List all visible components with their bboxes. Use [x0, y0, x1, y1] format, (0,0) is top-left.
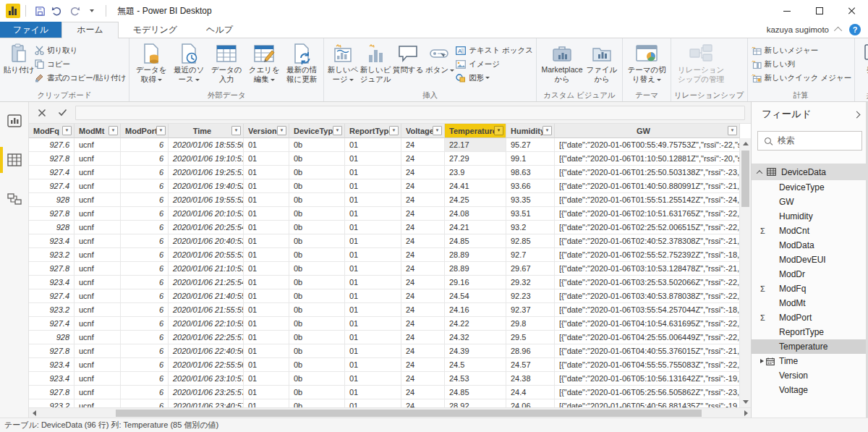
redo-button[interactable]	[67, 3, 82, 19]
cell-modmt[interactable]: ucnf	[75, 317, 121, 331]
field-item-moddata[interactable]: ModData	[752, 238, 868, 253]
cell-voltage[interactable]: 24	[401, 399, 445, 407]
save-button[interactable]	[32, 3, 48, 19]
cell-modmt[interactable]: ucnf	[75, 179, 121, 193]
close-button[interactable]	[835, 0, 868, 22]
cell-reporttype[interactable]: 01	[345, 152, 401, 166]
cell-humidity[interactable]: 24.38	[506, 372, 555, 386]
from-file-button[interactable]: ファイルから	[584, 40, 619, 84]
vertical-scrollbar-thumb[interactable]	[741, 151, 749, 207]
cell-devicetype[interactable]: 0b	[289, 166, 345, 179]
cell-version[interactable]: 01	[244, 152, 289, 166]
cell-modfq[interactable]: 927.8	[29, 152, 75, 166]
cell-humidity[interactable]: 93.35	[506, 193, 555, 207]
format-painter-button[interactable]: 書式のコピー/貼り付け	[35, 71, 126, 85]
cell-gw[interactable]: [{"date":"2020-01-06T04:55:55.755083Z","…	[555, 358, 740, 372]
cell-modfq[interactable]: 927.4	[29, 317, 75, 331]
cell-temperature[interactable]: 24.53	[445, 372, 506, 386]
cell-time[interactable]: 2020/01/06 21:40:55	[169, 289, 244, 303]
new-measure-button[interactable]: 新しいメジャー	[751, 43, 852, 57]
field-item-time[interactable]: Time	[752, 354, 868, 368]
cell-modfq[interactable]: 927.4	[29, 289, 75, 303]
cell-modmt[interactable]: ucnf	[75, 248, 121, 262]
cell-gw[interactable]: [{"date":"2020-01-06T04:25:55.006449Z","…	[555, 331, 740, 344]
enter-data-button[interactable]: データの入力	[208, 40, 245, 84]
cell-temperature[interactable]: 24.32	[445, 331, 506, 344]
cell-version[interactable]: 01	[244, 289, 289, 303]
cell-modfq[interactable]: 923.2	[29, 303, 75, 317]
cell-devicetype[interactable]: 0b	[289, 152, 345, 166]
cell-modfq[interactable]: 927.8	[29, 207, 75, 221]
cell-modfq[interactable]: 923.2	[29, 248, 75, 262]
cell-version[interactable]: 01	[244, 303, 289, 317]
cell-reporttype[interactable]: 01	[345, 221, 401, 234]
cell-devicetype[interactable]: 0b	[289, 207, 345, 221]
cell-devicetype[interactable]: 0b	[289, 358, 345, 372]
cell-version[interactable]: 01	[244, 248, 289, 262]
cell-reporttype[interactable]: 01	[345, 234, 401, 248]
collapse-panel-icon[interactable]	[854, 111, 861, 118]
quick-access-dropdown[interactable]	[84, 3, 100, 19]
cell-time[interactable]: 2020/01/06 22:10:55	[169, 317, 244, 331]
cell-modport[interactable]: 6	[121, 166, 169, 179]
cell-reporttype[interactable]: 01	[345, 317, 401, 331]
tab-modeling[interactable]: モデリング	[119, 22, 192, 38]
cell-devicetype[interactable]: 0b	[289, 386, 345, 399]
cell-gw[interactable]: [{"date":"2020-01-06T03:40:53.878038Z","…	[555, 289, 740, 303]
cell-gw[interactable]: [{"date":"2020-01-06T02:10:51.631765Z","…	[555, 207, 740, 221]
cell-version[interactable]: 01	[244, 358, 289, 372]
cell-temperature[interactable]: 24.21	[445, 221, 506, 234]
cell-version[interactable]: 01	[244, 317, 289, 331]
undo-button[interactable]	[49, 3, 65, 19]
cell-version[interactable]: 01	[244, 234, 289, 248]
cell-reporttype[interactable]: 01	[345, 166, 401, 179]
cell-reporttype[interactable]: 01	[345, 248, 401, 262]
cell-modport[interactable]: 6	[121, 372, 169, 386]
cell-modport[interactable]: 6	[121, 262, 169, 276]
cell-time[interactable]: 2020/01/06 20:25:54	[169, 221, 244, 234]
cell-time[interactable]: 2020/01/06 20:55:53	[169, 248, 244, 262]
cell-devicetype[interactable]: 0b	[289, 303, 345, 317]
cell-humidity[interactable]: 24.06	[506, 399, 555, 407]
cell-gw[interactable]: [{"date":"2020-01-06T05:10:56.131642Z","…	[555, 372, 740, 386]
cell-reporttype[interactable]: 01	[345, 386, 401, 399]
cell-temperature[interactable]: 24.54	[445, 289, 506, 303]
cell-devicetype[interactable]: 0b	[289, 317, 345, 331]
refresh-button[interactable]: 最新の情報に更新	[283, 40, 320, 84]
new-column-button[interactable]: 新しい列	[751, 57, 852, 71]
new-visual-button[interactable]: 新しいビジュアル	[359, 40, 392, 84]
copy-button[interactable]: コピー	[35, 57, 126, 71]
cell-modmt[interactable]: ucnf	[75, 138, 121, 152]
cell-version[interactable]: 01	[244, 138, 289, 152]
cell-modfq[interactable]: 927.8	[29, 344, 75, 358]
cell-voltage[interactable]: 24	[401, 152, 445, 166]
field-item-moddr[interactable]: ModDr	[752, 267, 868, 281]
field-item-temperature[interactable]: Temperature	[752, 339, 868, 354]
column-header-modport[interactable]: ModPort▼	[121, 124, 169, 138]
cell-version[interactable]: 01	[244, 372, 289, 386]
cell-modport[interactable]: 6	[121, 138, 169, 152]
vertical-scrollbar[interactable]	[740, 138, 751, 407]
cell-devicetype[interactable]: 0b	[289, 276, 345, 289]
cell-modmt[interactable]: ucnf	[75, 152, 121, 166]
cell-temperature[interactable]: 24.08	[445, 207, 506, 221]
cell-temperature[interactable]: 23.9	[445, 166, 506, 179]
tab-help[interactable]: ヘルプ	[192, 22, 247, 38]
cell-time[interactable]: 2020/01/06 20:10:53	[169, 207, 244, 221]
cell-reporttype[interactable]: 01	[345, 399, 401, 407]
cell-version[interactable]: 01	[244, 193, 289, 207]
field-item-voltage[interactable]: Voltage	[752, 383, 868, 397]
cell-voltage[interactable]: 24	[401, 234, 445, 248]
cell-modfq[interactable]: 927.8	[29, 386, 75, 399]
cell-devicetype[interactable]: 0b	[289, 138, 345, 152]
cell-temperature[interactable]: 24.16	[445, 303, 506, 317]
cell-reporttype[interactable]: 01	[345, 289, 401, 303]
cell-voltage[interactable]: 24	[401, 166, 445, 179]
cell-humidity[interactable]: 92.37	[506, 303, 555, 317]
field-item-devicetype[interactable]: DeviceType	[752, 180, 868, 195]
cell-modmt[interactable]: ucnf	[75, 166, 121, 179]
cell-modfq[interactable]: 928	[29, 193, 75, 207]
column-header-modfq[interactable]: ModFq▼	[29, 124, 75, 138]
filter-dropdown-button[interactable]: ▼	[277, 126, 286, 135]
field-item-moddeveui[interactable]: ModDevEUI	[752, 253, 868, 267]
